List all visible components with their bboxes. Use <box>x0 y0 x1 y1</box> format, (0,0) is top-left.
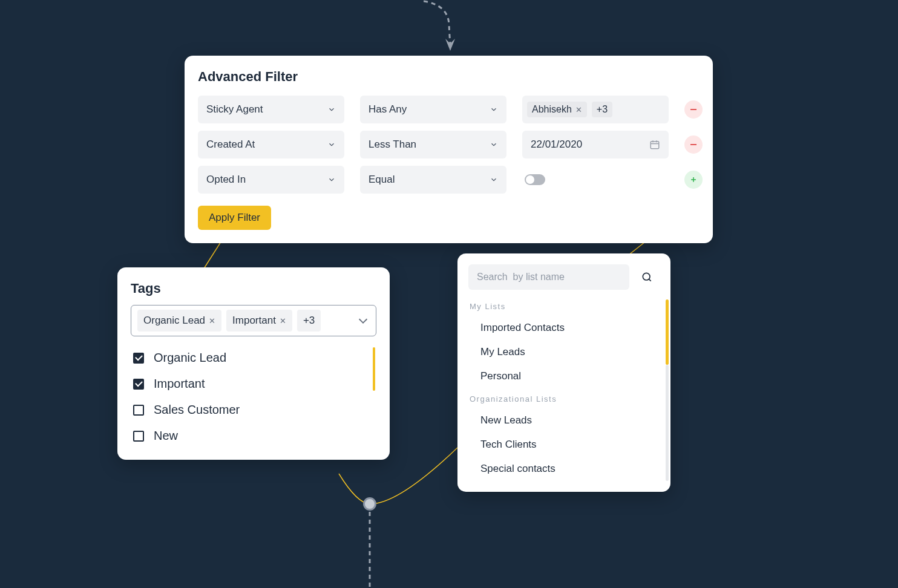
chevron-down-icon <box>490 140 498 149</box>
flow-node <box>363 497 376 511</box>
remove-row-button[interactable] <box>684 136 703 154</box>
field-select[interactable]: Sticky Agent <box>198 96 344 123</box>
flow-arrow-top <box>424 0 484 54</box>
field-select[interactable]: Opted In <box>198 166 344 194</box>
date-input[interactable]: 22/01/2020 <box>522 131 669 158</box>
checkbox-icon <box>133 405 144 416</box>
filter-row: Created At Less Than 22/01/2020 <box>198 131 700 158</box>
tag-option-list: Organic Lead Important Sales Customer Ne… <box>131 345 376 449</box>
search-icon <box>641 271 653 283</box>
apply-filter-button[interactable]: Apply Filter <box>198 206 271 230</box>
chip-remove-icon[interactable]: ✕ <box>280 316 286 325</box>
panel-title: Tags <box>131 281 376 296</box>
scrollbar-thumb[interactable] <box>373 347 375 391</box>
chevron-down-icon <box>327 175 336 184</box>
chevron-down-icon <box>490 175 498 184</box>
value-chip-more: +3 <box>592 102 612 117</box>
value-toggle[interactable] <box>525 174 545 185</box>
lists-panel: My Lists Imported Contacts My Leads Pers… <box>457 253 670 492</box>
tags-panel: Tags Organic Lead ✕ Important ✕ +3 Organ… <box>117 267 390 460</box>
checkbox-icon <box>133 379 144 390</box>
field-select[interactable]: Created At <box>198 131 344 158</box>
search-row <box>457 264 670 290</box>
search-button[interactable] <box>634 264 660 290</box>
remove-row-button[interactable] <box>684 100 703 119</box>
list-item[interactable]: Special contacts <box>457 457 670 481</box>
filter-row: Sticky Agent Has Any Abhisekh ✕ +3 <box>198 96 700 123</box>
tag-option[interactable]: Organic Lead <box>131 345 370 371</box>
value-toggle-wrap <box>522 174 669 185</box>
chevron-down-icon <box>327 140 336 149</box>
add-row-button[interactable]: ＋ <box>684 171 703 189</box>
checkbox-icon <box>133 431 144 442</box>
list-item[interactable]: New Leads <box>457 408 670 433</box>
tag-option[interactable]: New <box>131 423 370 449</box>
operator-select[interactable]: Less Than <box>360 131 506 158</box>
scrollbar-track <box>666 365 669 481</box>
tag-option[interactable]: Important <box>131 371 370 397</box>
chip-remove-icon[interactable]: ✕ <box>209 316 215 325</box>
chevron-down-icon <box>356 314 370 327</box>
list-section-header: My Lists <box>457 299 670 313</box>
chip-remove-icon[interactable]: ✕ <box>575 105 582 114</box>
tag-chip-more: +3 <box>297 310 321 332</box>
value-chip: Abhisekh ✕ <box>527 102 587 117</box>
panel-title: Advanced Filter <box>198 69 700 85</box>
tag-option[interactable]: Sales Customer <box>131 397 370 423</box>
checkbox-icon <box>133 353 144 364</box>
svg-point-1 <box>643 273 650 280</box>
tag-chip: Important ✕ <box>226 310 292 332</box>
list-item[interactable]: Personal <box>457 364 670 388</box>
operator-select[interactable]: Equal <box>360 166 506 194</box>
value-tag-input[interactable]: Abhisekh ✕ +3 <box>522 96 669 123</box>
tag-chip: Organic Lead ✕ <box>137 310 221 332</box>
list-item[interactable]: My Leads <box>457 340 670 364</box>
list-section-header: Organizational Lists <box>457 392 670 406</box>
svg-rect-0 <box>651 142 659 149</box>
search-input[interactable] <box>468 264 629 290</box>
operator-select[interactable]: Has Any <box>360 96 506 123</box>
list-item[interactable]: Tech Clients <box>457 433 670 457</box>
filter-row: Opted In Equal ＋ <box>198 166 700 194</box>
tags-multiselect[interactable]: Organic Lead ✕ Important ✕ +3 <box>131 305 376 336</box>
list-item[interactable]: Imported Contacts <box>457 316 670 340</box>
advanced-filter-panel: Advanced Filter Sticky Agent Has Any Abh… <box>185 56 713 243</box>
list-scroll-area: My Lists Imported Contacts My Leads Pers… <box>457 299 670 481</box>
scrollbar-thumb[interactable] <box>666 299 669 365</box>
chevron-down-icon <box>327 105 336 114</box>
chevron-down-icon <box>490 105 498 114</box>
calendar-icon <box>649 139 660 150</box>
